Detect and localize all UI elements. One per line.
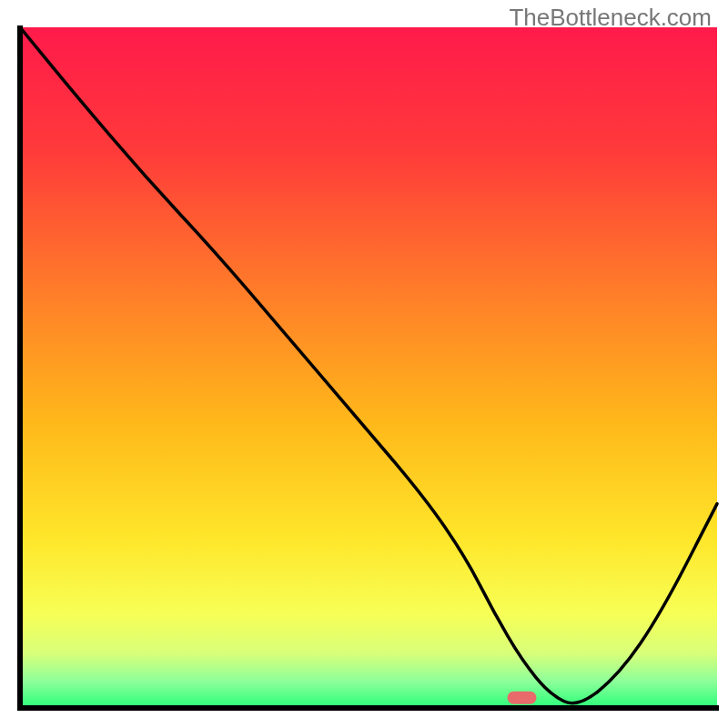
watermark-text: TheBottleneck.com [509, 4, 712, 32]
bottleneck-chart: TheBottleneck.com [0, 0, 728, 728]
optimal-marker [508, 692, 537, 704]
plot-background [20, 27, 717, 708]
chart-svg [0, 0, 728, 728]
